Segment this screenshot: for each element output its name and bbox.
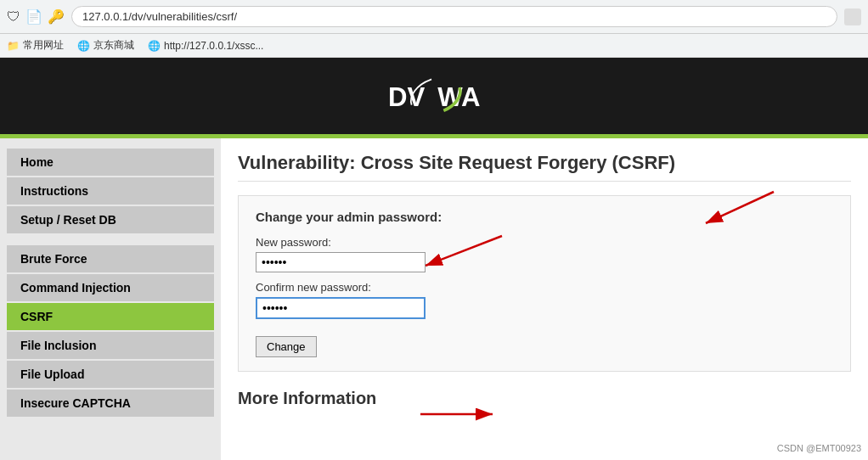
page-title: Vulnerability: Cross Site Request Forger… <box>238 152 851 182</box>
browser-nav-icons: 🛡 📄 🔑 <box>7 8 65 25</box>
sidebar-item-command-injection[interactable]: Command Injection <box>7 274 214 301</box>
sidebar-item-file-inclusion[interactable]: File Inclusion <box>7 332 214 359</box>
url-text: 127.0.0.1/dv/vulnerabilities/csrf/ <box>82 10 237 23</box>
sidebar-item-setup[interactable]: Setup / Reset DB <box>7 206 214 233</box>
page-icon: 📄 <box>25 8 42 25</box>
bookmark-xss[interactable]: 🌐 http://127.0.0.1/xssc... <box>148 40 263 52</box>
sidebar-item-brute-force[interactable]: Brute Force <box>7 245 214 272</box>
change-button[interactable]: Change <box>256 336 317 357</box>
bookmark-label: http://127.0.0.1/xssc... <box>164 40 263 52</box>
new-password-label: New password: <box>256 236 833 249</box>
sidebar-item-file-upload[interactable]: File Upload <box>7 361 214 388</box>
bookmark-jd[interactable]: 🌐 京东商城 <box>77 38 134 53</box>
confirm-password-group: Confirm new password: <box>256 281 833 319</box>
csrf-form-section: Change your admin password: New password… <box>238 195 851 372</box>
bookmarks-bar: 📁 常用网址 🌐 京东商城 🌐 http://127.0.0.1/xssc... <box>0 34 868 58</box>
more-info-title: More Information <box>238 389 851 408</box>
bookmark-icon: 📁 <box>7 40 20 52</box>
dvwa-header: DV WA <box>0 58 868 134</box>
shield-icon: 🛡 <box>7 9 20 25</box>
bookmark-icon: 🌐 <box>148 40 161 52</box>
sidebar-item-csrf[interactable]: CSRF <box>7 303 214 330</box>
address-bar[interactable]: 127.0.0.1/dv/vulnerabilities/csrf/ <box>71 6 837 27</box>
new-password-input[interactable] <box>256 252 426 272</box>
main-content: Vulnerability: Cross Site Request Forger… <box>221 138 868 460</box>
bookmark-changwang[interactable]: 📁 常用网址 <box>7 38 64 53</box>
content-area: Home Instructions Setup / Reset DB Brute… <box>0 138 868 460</box>
browser-extension[interactable] <box>844 8 861 25</box>
sidebar-item-home[interactable]: Home <box>7 149 214 176</box>
sidebar-item-insecure-captcha[interactable]: Insecure CAPTCHA <box>7 390 214 417</box>
browser-chrome: 🛡 📄 🔑 127.0.0.1/dv/vulnerabilities/csrf/ <box>0 0 868 34</box>
confirm-password-input[interactable] <box>256 297 426 319</box>
bookmark-label: 京东商城 <box>93 38 134 53</box>
form-title: Change your admin password: <box>256 210 833 224</box>
bookmark-label: 常用网址 <box>23 38 64 53</box>
sidebar: Home Instructions Setup / Reset DB Brute… <box>0 138 221 460</box>
new-password-group: New password: <box>256 236 833 272</box>
lock-icon: 🔑 <box>48 8 65 25</box>
dvwa-logo: DV WA <box>383 66 485 126</box>
confirm-password-label: Confirm new password: <box>256 281 833 294</box>
sidebar-item-instructions[interactable]: Instructions <box>7 177 214 205</box>
watermark: CSDN @EMT00923 <box>777 443 861 453</box>
bookmark-icon: 🌐 <box>77 40 90 52</box>
